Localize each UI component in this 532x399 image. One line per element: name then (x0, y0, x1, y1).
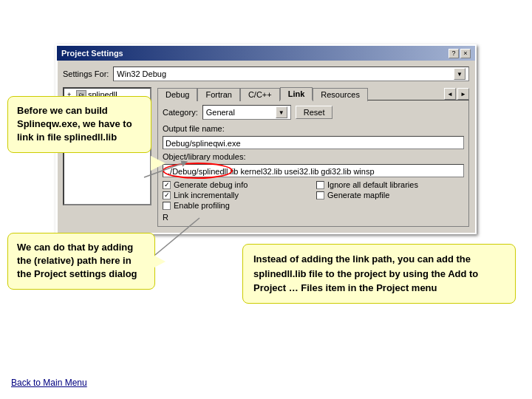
settings-for-dropdown[interactable]: Win32 Debug ▼ (113, 66, 469, 81)
callout-bottom-right-text: Instead of adding the link path, you can… (253, 253, 478, 293)
close-button[interactable]: × (460, 49, 471, 58)
checkbox-generate-debug: ✓ Generate debug info (163, 180, 310, 189)
generate-mapfile-checkbox[interactable] (316, 191, 324, 200)
enable-profiling-label: Enable profiling (174, 201, 230, 210)
output-file-input[interactable]: Debug/splineqwi.exe (163, 136, 464, 149)
settings-dropdown-arrow[interactable]: ▼ (454, 68, 466, 80)
category-row: Category: General ▼ Reset (163, 105, 464, 120)
output-file-row: Output file name: (163, 124, 464, 133)
tab-prev-btn[interactable]: ◄ (444, 88, 456, 100)
enable-profiling-checkbox[interactable] (163, 202, 171, 210)
obj-lib-row-label: Object/library modules: (163, 152, 464, 161)
callout-bottom-left: We can do that by adding the (relative) … (7, 233, 155, 290)
tab-cpp[interactable]: C/C++ (240, 88, 280, 101)
reset-button[interactable]: Reset (296, 106, 333, 119)
generate-debug-checkbox[interactable]: ✓ (163, 181, 171, 189)
settings-for-value: Win32 Debug (117, 69, 166, 78)
tab-debug[interactable]: Debug (157, 88, 197, 101)
bottom-r-label: R (163, 213, 168, 222)
help-button[interactable]: ? (449, 49, 459, 58)
settings-for-row: Settings For: Win32 Debug ▼ (63, 66, 469, 81)
obj-lib-row: ../Debug/splinedll.lib kernel32.lib usei… (163, 164, 464, 177)
slide: Project Settings ? × Settings For: Win32… (0, 0, 532, 399)
tabs-row: Debug Fortran C/C++ Link Resources ◄ ► (157, 87, 469, 100)
ignore-defaults-checkbox[interactable] (316, 181, 324, 189)
callout-bottom-left-text: We can do that by adding the (relative) … (17, 242, 137, 279)
settings-for-label: Settings For: (63, 69, 109, 78)
tab-content-link: Category: General ▼ Reset Output file na… (157, 100, 469, 227)
tab-fortran[interactable]: Fortran (197, 88, 239, 101)
category-label: Category: (163, 108, 198, 117)
dialog-title: Project Settings (61, 49, 123, 58)
titlebar-buttons: ? × (449, 49, 471, 58)
right-panel: Debug Fortran C/C++ Link Resources ◄ ► (157, 87, 469, 227)
checkbox-enable-profiling: Enable profiling (163, 201, 310, 210)
link-incrementally-label: Link incrementally (174, 191, 239, 200)
checkbox-generate-mapfile: Generate mapfile (316, 191, 464, 200)
tab-link[interactable]: Link (280, 87, 313, 100)
tab-resources[interactable]: Resources (313, 88, 368, 101)
checkbox-ignore-defaults: Ignore all default libraries (316, 180, 464, 189)
generate-debug-label: Generate debug info (174, 180, 248, 189)
obj-lib-label: Object/library modules: (163, 152, 246, 161)
bottom-section: R (163, 213, 464, 222)
callout-bottom-right: Instead of adding the link path, you can… (242, 244, 516, 304)
generate-mapfile-label: Generate mapfile (327, 191, 389, 200)
checkbox-link-incrementally: ✓ Link incrementally (163, 191, 310, 200)
output-file-label: Output file name: (163, 124, 225, 133)
callout-top-left: Before we can build Splineqw.exe, we hav… (7, 96, 151, 153)
dialog-titlebar: Project Settings ? × (57, 46, 475, 61)
checkboxes-area: ✓ Generate debug info Ignore all default… (163, 180, 464, 210)
ignore-defaults-label: Ignore all default libraries (327, 180, 418, 189)
category-dropdown[interactable]: General ▼ (202, 105, 291, 120)
obj-lib-input[interactable]: ../Debug/splinedll.lib kernel32.lib usei… (163, 164, 464, 177)
category-value: General (206, 108, 235, 117)
tab-nav-buttons: ◄ ► (444, 87, 469, 100)
tab-next-btn[interactable]: ► (457, 88, 469, 100)
link-incrementally-checkbox[interactable]: ✓ (163, 191, 171, 200)
back-to-main-menu[interactable]: Back to Main Menu (11, 378, 87, 388)
callout-top-left-text: Before we can build Splineqw.exe, we hav… (17, 105, 132, 143)
category-dropdown-arrow[interactable]: ▼ (276, 106, 287, 118)
